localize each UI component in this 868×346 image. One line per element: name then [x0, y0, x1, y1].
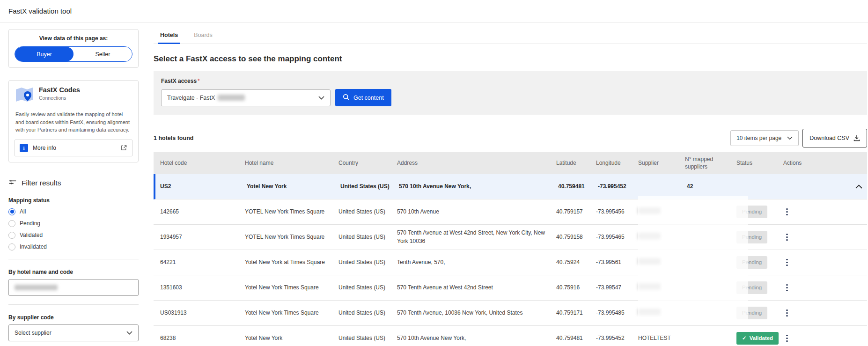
- tab-boards[interactable]: Boards: [193, 29, 213, 44]
- cell-actions: [783, 304, 867, 323]
- kebab-menu-button[interactable]: [783, 206, 791, 218]
- cell-mapped-suppliers: [685, 284, 736, 292]
- info-icon: i: [20, 144, 28, 152]
- cell-actions: [783, 228, 867, 247]
- radio-all[interactable]: All: [8, 208, 139, 215]
- cell-address: 570 10th Avenue: [397, 204, 556, 220]
- kebab-menu-button[interactable]: [783, 232, 791, 243]
- cell-status: Pending: [736, 252, 783, 272]
- cell-status: Pending: [736, 227, 783, 247]
- parent-hotel-row[interactable]: US2 Yotel New York United States (US) 57…: [154, 174, 867, 199]
- cell-hotel-name: Yotel New York at Times Square: [245, 255, 338, 270]
- cell-mapped-suppliers: [685, 335, 736, 342]
- toggle-seller[interactable]: Seller: [74, 47, 132, 61]
- col-hotel-code: Hotel code: [154, 156, 245, 171]
- results-bar: 1 hotels found 10 items per page Downloa…: [154, 129, 867, 147]
- kebab-menu-button[interactable]: [783, 308, 791, 319]
- radio-circle-icon[interactable]: [8, 243, 15, 250]
- status-badge: Pending: [736, 206, 767, 218]
- filter-results-heading: Filter results: [8, 178, 139, 188]
- col-address: Address: [397, 156, 556, 171]
- col-status: Status: [736, 156, 783, 171]
- cell-hotel-name: YOTEL New York Times Square: [245, 204, 338, 220]
- cell-hotel-name: Yotel New York: [247, 179, 340, 194]
- search-icon: [343, 94, 350, 102]
- view-as-card: View data of this page as: Buyer Seller: [8, 29, 139, 68]
- cell-address: 570 Tenth Avenue, 10036 New York, United…: [397, 305, 556, 321]
- kebab-menu-button[interactable]: [783, 257, 791, 268]
- cell-country: United States (US): [338, 255, 397, 270]
- table-header-row: Hotel code Hotel name Country Address La…: [154, 152, 867, 174]
- cell-longitude: -73.99547: [596, 280, 638, 295]
- status-badge: Pending: [736, 231, 767, 243]
- cell-hotel-code: 64221: [154, 255, 245, 270]
- status-badge: Pending: [736, 281, 767, 294]
- cell-status: Pending: [736, 202, 783, 222]
- more-info-button[interactable]: i More info: [15, 140, 132, 156]
- cell-address: 570 10th Avenue New York,: [399, 179, 558, 194]
- cell-supplier: [638, 280, 685, 296]
- cell-address: 570 10th Avenue New York,: [397, 331, 556, 346]
- cell-mapped-suppliers: 42: [687, 179, 738, 194]
- col-supplier: Supplier: [638, 156, 685, 171]
- page-size-select[interactable]: 10 items per page: [730, 130, 799, 146]
- table-row: 142665 YOTEL New York Times Square Unite…: [154, 199, 867, 225]
- cell-mapped-suppliers: [685, 208, 736, 216]
- radio-pending[interactable]: Pending: [8, 220, 139, 227]
- cell-hotel-code: 142665: [154, 204, 245, 220]
- kebab-menu-button[interactable]: [783, 333, 791, 344]
- fastx-access-select[interactable]: Travelgate - FastX: [161, 89, 331, 106]
- cell-hotel-name: Yotel New York Times Square: [245, 280, 338, 295]
- table-row: 68238 Yotel New York United States (US) …: [154, 326, 867, 346]
- status-badge: Pending: [736, 256, 767, 269]
- download-csv-button[interactable]: Download CSV: [802, 129, 867, 147]
- cell-status: Pending: [736, 303, 783, 323]
- radio-circle-icon[interactable]: [8, 208, 15, 215]
- check-icon: ✓: [742, 334, 747, 342]
- mapping-status-label: Mapping status: [8, 197, 139, 204]
- redacted-supplier: [638, 258, 661, 265]
- main-area: Hotels Boards Select a FastX access to s…: [139, 22, 868, 346]
- get-content-button[interactable]: Get content: [335, 89, 391, 106]
- col-latitude: Latitude: [556, 156, 596, 171]
- cell-hotel-code: 1351603: [154, 280, 245, 295]
- tab-hotels[interactable]: Hotels: [159, 29, 179, 44]
- col-hotel-name: Hotel name: [245, 156, 338, 171]
- status-badge: ✓ Validated: [736, 332, 779, 345]
- cell-mapped-suppliers: [685, 309, 736, 317]
- fastx-access-panel: FastX access* Travelgate - FastX: [154, 71, 867, 115]
- cell-actions: [783, 329, 867, 346]
- radio-circle-icon[interactable]: [8, 220, 15, 227]
- col-mapped-suppliers: N° mapped suppliers: [685, 152, 736, 174]
- hotel-name-filter-input[interactable]: [8, 279, 139, 296]
- toggle-buyer[interactable]: Buyer: [15, 47, 74, 61]
- redacted-supplier: [638, 309, 661, 315]
- table-row: 1934957 YOTEL New York Times Square Unit…: [154, 225, 867, 250]
- redacted-supplier: [638, 207, 661, 214]
- divider: [8, 259, 139, 259]
- tab-bar: Hotels Boards: [154, 29, 867, 44]
- collapse-chevron-up-icon[interactable]: [853, 183, 864, 191]
- cell-actions: [783, 203, 867, 221]
- cell-country: United States (US): [340, 179, 399, 194]
- chevron-down-icon: [787, 136, 793, 140]
- cell-hotel-code: 1934957: [154, 229, 245, 245]
- radio-circle-icon[interactable]: [8, 232, 15, 239]
- cell-status: ✓ Validated: [736, 328, 783, 346]
- cell-actions: [783, 253, 867, 272]
- status-badge: Pending: [736, 307, 767, 319]
- codes-card-subtitle: Connections: [39, 95, 80, 101]
- cell-longitude: -73.995456: [596, 204, 638, 220]
- kebab-menu-button[interactable]: [783, 282, 791, 294]
- table-body: 142665 YOTEL New York Times Square Unite…: [154, 199, 867, 346]
- redacted-value: [218, 95, 245, 101]
- supplier-filter-select[interactable]: Select supplier: [8, 324, 139, 341]
- radio-invalidated[interactable]: Invalidated: [8, 243, 139, 250]
- download-icon: [853, 135, 860, 141]
- radio-validated[interactable]: Validated: [8, 232, 139, 239]
- redacted-value: [15, 285, 58, 290]
- cell-mapped-suppliers: [685, 234, 736, 241]
- cell-supplier: [638, 254, 685, 271]
- cell-hotel-name: Yotel New York Times Square: [245, 305, 338, 321]
- redacted-supplier: [638, 233, 661, 239]
